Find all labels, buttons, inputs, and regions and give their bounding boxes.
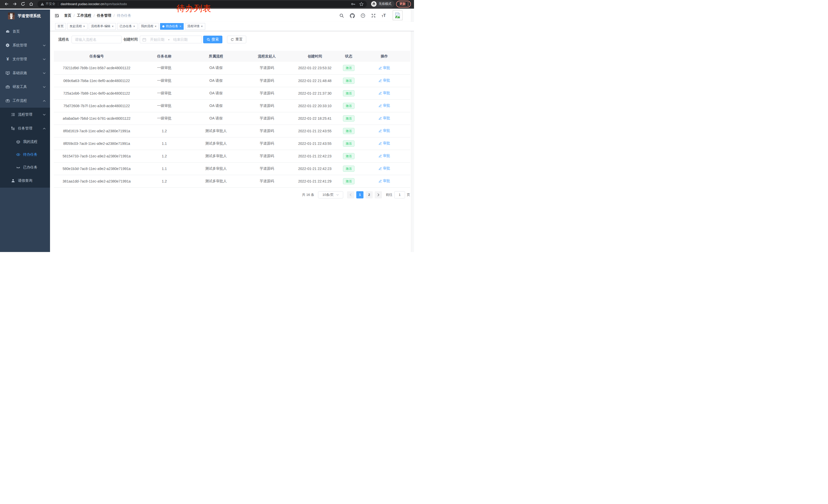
approve-button[interactable]: 审批 [379, 78, 390, 83]
security-chip[interactable]: 不安全 [41, 2, 55, 6]
sidebar-fold-button[interactable] [54, 12, 60, 19]
end-date-input[interactable] [169, 37, 191, 42]
sidebar-item-system[interactable]: 系统管理 [0, 39, 50, 52]
browser-toolbar: 不安全 dashboard.yudao.iocoder.cn/bpm/task/… [0, 0, 414, 9]
sidebar-item-done-tasks[interactable]: 已办任务 [0, 161, 50, 174]
tab-label: 待办任务 [166, 24, 178, 29]
chevron-down-icon [43, 114, 46, 116]
sidebar-item-label: 首页 [12, 29, 20, 34]
header-actions: ? TT [339, 13, 386, 18]
cell-task-name: 一级审批 [139, 87, 189, 99]
tab-todo-tasks[interactable]: 待办任务× [160, 23, 184, 30]
approve-button[interactable]: 审批 [379, 141, 390, 146]
goto-page-input[interactable] [394, 191, 405, 198]
cell-task-id: a6aba0a4-7b6d-11ec-b781-acde48001122 [54, 112, 139, 125]
sidebar-item-todo-tasks[interactable]: 待办任务 [0, 148, 50, 161]
breadcrumb-workflow[interactable]: 工作流程 [77, 13, 91, 18]
table-row: 069c6a63-7b8a-11ec-8ef0-acde48001122 一级审… [54, 74, 410, 87]
close-icon[interactable]: × [83, 25, 85, 28]
next-page-button[interactable] [375, 191, 382, 198]
approve-button[interactable]: 审批 [379, 166, 390, 171]
incognito-badge[interactable]: 无痕模式 [370, 1, 395, 7]
search-icon[interactable] [339, 13, 344, 18]
close-icon[interactable]: × [112, 25, 114, 28]
cell-task-id: 58154733-7ac8-11ec-a9e2-a2380e71991a [54, 150, 139, 162]
bookmark-star-icon[interactable] [359, 2, 364, 6]
github-icon[interactable] [350, 13, 355, 18]
reset-button[interactable]: 重置 [227, 36, 246, 43]
page-scrollbar[interactable] [411, 9, 414, 252]
edit-icon [379, 117, 382, 120]
cell-process: OA 请假 [189, 62, 243, 74]
app-logo[interactable]: 芋道管理系统 [0, 9, 50, 22]
back-arrow-icon [4, 2, 9, 6]
edit-icon [379, 154, 382, 158]
tab-home[interactable]: 首页 [55, 23, 66, 30]
approve-label: 审批 [383, 166, 390, 171]
sidebar-item-task-management[interactable]: 任务管理 [0, 122, 50, 135]
close-icon[interactable]: × [201, 25, 203, 28]
tab-process-detail[interactable]: 流程详情× [185, 23, 205, 30]
avatar[interactable] [393, 10, 403, 20]
breadcrumb-home[interactable]: 首页 [64, 13, 71, 18]
sidebar-item-label: 支付管理 [12, 57, 27, 61]
font-size-icon[interactable]: TT [382, 13, 386, 18]
cell-create-time: 2022-01-22 18:25:41 [291, 112, 339, 125]
chevron-down-icon [43, 45, 46, 46]
sidebar-item-infrastructure[interactable]: 基础设施 [0, 66, 50, 80]
approve-label: 审批 [383, 91, 390, 95]
prev-page-button[interactable] [347, 191, 354, 198]
approve-label: 审批 [383, 153, 390, 158]
pagination-total: 共 16 条 [302, 192, 314, 197]
sidebar-item-my-process[interactable]: 我的流程 [0, 135, 50, 148]
page-button-2[interactable]: 2 [366, 191, 373, 198]
cell-process: 测试多审批人 [189, 162, 243, 175]
approve-button[interactable]: 审批 [379, 129, 390, 133]
fullscreen-icon[interactable] [371, 13, 376, 18]
sidebar-item-payment[interactable]: ¥ 支付管理 [0, 52, 50, 66]
browser-reload-button[interactable] [19, 1, 26, 7]
sidebar-item-leave-query[interactable]: 请假查询 [0, 174, 50, 188]
address-bar[interactable]: 不安全 dashboard.yudao.iocoder.cn/bpm/task/… [37, 1, 367, 7]
page-size-select[interactable]: 10条/页 [318, 191, 343, 198]
close-icon[interactable]: × [155, 25, 157, 28]
tab-start-process[interactable]: 发起流程× [67, 23, 87, 30]
breadcrumb-task-management[interactable]: 任务管理 [97, 13, 111, 18]
search-button[interactable]: 搜索 [203, 36, 222, 43]
approve-button[interactable]: 审批 [379, 179, 390, 183]
sidebar-item-workflow[interactable]: 工作流程 [0, 94, 50, 108]
cell-process: 测试多审批人 [189, 175, 243, 187]
browser-forward-button[interactable] [11, 1, 18, 7]
start-date-input[interactable] [146, 37, 168, 42]
browser-back-button[interactable] [3, 1, 10, 7]
chevron-down-icon [43, 58, 46, 60]
eye-closed-icon [16, 165, 20, 170]
help-icon[interactable]: ? [361, 13, 365, 18]
approve-button[interactable]: 审批 [379, 65, 390, 70]
approve-button[interactable]: 审批 [379, 153, 390, 158]
approve-button[interactable]: 审批 [379, 116, 390, 121]
goto-label: 前往 [386, 192, 392, 197]
date-range-picker[interactable]: - [140, 36, 202, 43]
process-name-input[interactable] [72, 36, 122, 43]
close-icon[interactable]: × [179, 25, 181, 28]
tab-my-process[interactable]: 我的流程× [139, 23, 159, 30]
browser-update-button[interactable]: 更新 [396, 1, 411, 7]
password-key-icon[interactable] [351, 2, 356, 6]
table-row: a6aba0a4-7b6d-11ec-b781-acde48001122 一级审… [54, 112, 410, 125]
cell-starter: 芋道源码 [243, 112, 291, 125]
approve-button[interactable]: 审批 [379, 91, 390, 95]
sidebar-item-home[interactable]: 首页 [0, 25, 50, 39]
sidebar-item-label: 我的流程 [23, 139, 37, 144]
sidebar-item-process-management[interactable]: 流程管理 [0, 108, 50, 122]
tab-label: 已办任务 [120, 24, 132, 29]
cell-task-name: 一级审批 [139, 112, 189, 125]
tab-done-tasks[interactable]: 已办任务× [117, 23, 137, 30]
browser-home-button[interactable] [28, 1, 34, 7]
sidebar-item-dev-tools[interactable]: 研发工具 [0, 80, 50, 94]
approve-button[interactable]: 审批 [379, 103, 390, 108]
close-icon[interactable]: × [133, 25, 135, 28]
kebab-menu-icon[interactable] [408, 2, 409, 6]
page-button-1[interactable]: 1 [356, 191, 364, 198]
tab-process-form-edit[interactable]: 流程表单-编辑× [89, 23, 116, 30]
